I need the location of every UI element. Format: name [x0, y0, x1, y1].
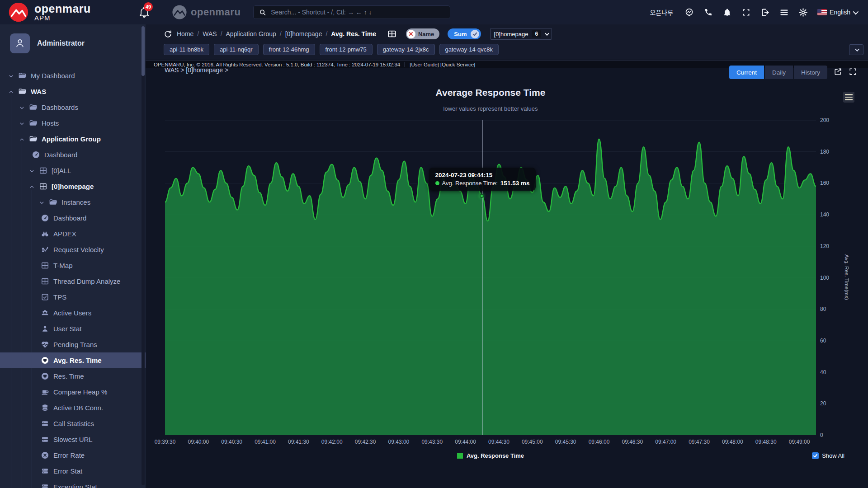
y-tick-label: 160	[820, 180, 829, 186]
group-select[interactable]: [0]homepage 6	[490, 28, 552, 40]
sidebar-item-apdex[interactable]: APDEX	[0, 226, 146, 242]
y-tick-label: 20	[820, 400, 826, 407]
breadcrumb-item[interactable]: [0]homepage	[285, 30, 322, 38]
breadcrumb-item[interactable]: Avg. Res. Time	[331, 30, 376, 38]
signout-icon[interactable]	[760, 8, 770, 17]
daily-button[interactable]: Daily	[765, 66, 793, 79]
sidebar-item-instances[interactable]: Instances	[0, 194, 146, 210]
fullscreen-icon[interactable]	[849, 67, 857, 76]
sidebar-item-label: Call Statistics	[53, 420, 94, 427]
scope-icon[interactable]	[684, 8, 694, 17]
refresh-icon[interactable]	[164, 30, 172, 38]
y-tick-label: 40	[820, 369, 826, 375]
x-tick-label: 09:40:00	[188, 439, 209, 445]
breadcrumb-item[interactable]: WAS	[203, 30, 217, 38]
chevron-down-icon[interactable]	[19, 120, 25, 126]
sidebar-item-pending-trans[interactable]: Pending Trans	[0, 337, 146, 352]
check-icon	[471, 30, 479, 38]
instance-tag[interactable]: api-11-nq6qr	[214, 44, 259, 55]
x-tick-label: 09:41:30	[288, 439, 309, 445]
sidebar-item-avg-res-time[interactable]: Avg. Res. Time	[0, 352, 146, 368]
filter-name-pill[interactable]: Name	[406, 28, 439, 39]
breadcrumb-item[interactable]: Home	[177, 30, 193, 38]
breadcrumb-item[interactable]: Application Group	[226, 30, 276, 38]
current-button[interactable]: Current	[729, 66, 764, 79]
notifications-bell-icon[interactable]: 49	[138, 6, 150, 18]
filter-sum-pill[interactable]: Sum	[448, 28, 481, 39]
sidebar-item-label: Thread Dump Analyze	[53, 277, 120, 285]
sidebar-item-dashboard[interactable]: Dashboard	[0, 147, 146, 163]
sidebar-item-tps[interactable]: TPS	[0, 289, 146, 305]
profile-button[interactable]: Administrator	[0, 24, 146, 53]
remove-filter-icon[interactable]	[407, 30, 415, 38]
table-view-icon[interactable]	[387, 29, 397, 39]
sidebar-item-active-users[interactable]: Active Users	[0, 305, 146, 321]
sidebar-item-error-rate[interactable]: Error Rate	[0, 447, 146, 463]
chart-plot-area[interactable]: 2024-07-23 09:44:15 Avg. Response Time: …	[165, 120, 816, 435]
username-label[interactable]: 오픈나루	[650, 8, 674, 17]
gauge-icon	[32, 150, 40, 159]
sidebar-item-slowest-url[interactable]: Slowest URL	[0, 432, 146, 447]
sidebar-item-call-statistics[interactable]: Call Statistics	[0, 416, 146, 432]
breadcrumb-separator: /	[197, 30, 199, 38]
chevron-down-icon[interactable]	[19, 104, 25, 110]
sidebar-item-label: Dashboard	[53, 214, 86, 222]
us-flag-icon	[817, 9, 827, 15]
language-selector[interactable]: English	[817, 9, 857, 16]
search-input[interactable]	[271, 9, 444, 16]
show-all-checkbox[interactable]: Show All	[812, 452, 844, 459]
sidebar-item-my-dashboard[interactable]: My Dashboard	[0, 68, 146, 84]
chart-menu-icon[interactable]	[843, 92, 854, 103]
sidebar-item-compare-heap-[interactable]: Compare Heap %	[0, 384, 146, 400]
sidebar-item--0-all[interactable]: [0]ALL	[0, 163, 146, 178]
sidebar-item-exception-stat[interactable]: Exception Stat	[0, 479, 146, 488]
history-button[interactable]: History	[794, 66, 827, 79]
scrollbar-thumb[interactable]	[142, 26, 145, 76]
instance-tag[interactable]: front-12-pmw75	[320, 44, 373, 55]
sidebar-item--0-homepage[interactable]: [0]homepage	[0, 178, 146, 194]
chevron-up-icon[interactable]	[19, 136, 25, 142]
chevron-up-icon[interactable]	[29, 183, 35, 189]
instance-tag[interactable]: front-12-46hmg	[263, 44, 315, 55]
sidebar-item-thread-dump-analyze[interactable]: Thread Dump Analyze	[0, 273, 146, 289]
sidebar-item-application-group[interactable]: Application Group	[0, 131, 146, 147]
sidebar-item-label: Pending Trans	[53, 341, 97, 348]
gear-icon[interactable]	[798, 8, 808, 17]
instance-tag[interactable]: gateway-14-qvc8k	[439, 44, 499, 55]
sidebar-item-active-db-conn-[interactable]: Active DB Conn.	[0, 400, 146, 416]
sidebar-item-hosts[interactable]: Hosts	[0, 115, 146, 131]
legend-swatch-icon	[457, 453, 463, 459]
breadcrumb-separator: /	[326, 30, 327, 38]
admin-label: Administrator	[37, 39, 85, 47]
chart-panel: WAS > [0]homepage > Current Daily Histor…	[146, 60, 868, 488]
chevron-down-icon	[854, 47, 859, 52]
sidebar-item-dashboards[interactable]: Dashboards	[0, 99, 146, 115]
chevron-up-icon[interactable]	[8, 89, 14, 94]
legend-item[interactable]: Avg. Response Time	[457, 452, 524, 459]
sidebar-item-was[interactable]: WAS	[0, 84, 146, 99]
external-link-icon[interactable]	[834, 67, 842, 76]
period-button-group: Current Daily History	[729, 66, 827, 79]
instance-tag[interactable]: gateway-14-2jx8c	[377, 44, 435, 55]
sidebar-item-t-map[interactable]: T-Map	[0, 258, 146, 273]
sidebar-item-dashboard[interactable]: Dashboard	[0, 210, 146, 226]
menu-icon[interactable]	[779, 8, 789, 17]
chevron-down-icon[interactable]	[39, 199, 45, 205]
collapse-toggle-button[interactable]	[849, 44, 863, 55]
sidebar-scrollbar[interactable]	[142, 26, 145, 485]
sidebar-item-res-time[interactable]: Res. Time	[0, 368, 146, 384]
expand-icon[interactable]	[741, 8, 751, 17]
bell-icon[interactable]	[722, 8, 732, 17]
footer-links[interactable]: [User Guide] [Quick Service]	[410, 62, 475, 67]
chevron-down-icon[interactable]	[8, 73, 14, 79]
sidebar-item-error-stat[interactable]: Error Stat	[0, 463, 146, 479]
secondary-logo: openmaru	[172, 5, 241, 20]
phone-icon[interactable]	[703, 8, 713, 17]
sidebar-item-user-stat[interactable]: User Stat	[0, 321, 146, 337]
chevron-down-icon[interactable]	[29, 168, 35, 174]
avatar	[10, 33, 30, 53]
sidebar: Administrator My DashboardWASDashboardsH…	[0, 24, 146, 488]
sidebar-item-request-velocity[interactable]: Request Velocity	[0, 242, 146, 258]
instance-tag[interactable]: api-11-bn8bk	[164, 44, 209, 55]
breadcrumb-separator: /	[221, 30, 222, 38]
